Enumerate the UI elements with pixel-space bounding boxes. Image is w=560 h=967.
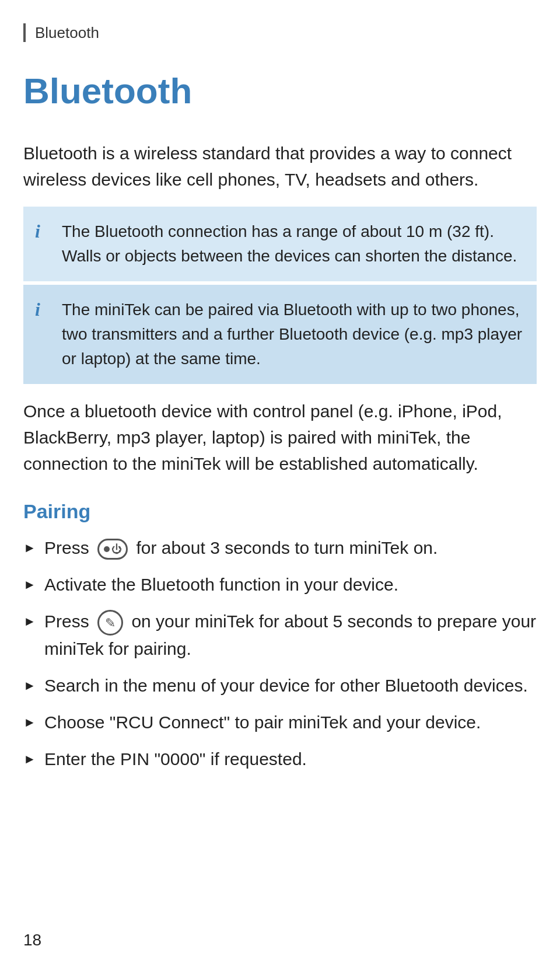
step1-text-after: for about 3 seconds to turn miniTek on.	[136, 538, 438, 557]
page-container: Bluetooth Bluetooth Bluetooth is a wirel…	[0, 0, 560, 967]
breadcrumb-text: Bluetooth	[35, 24, 99, 41]
body-text: Once a bluetooth device with control pan…	[23, 398, 537, 477]
step1-text-before: Press	[44, 538, 94, 557]
list-item: ► Search in the menu of your device for …	[23, 672, 537, 699]
step2-content: Activate the Bluetooth function in your …	[44, 571, 537, 598]
list-item: ► Choose "RCU Connect" to pair miniTek a…	[23, 709, 537, 735]
bullet-arrow-icon: ►	[23, 538, 36, 557]
step1-content: Press ⏻ for about 3 seconds to turn mini…	[44, 535, 537, 561]
intro-text: Bluetooth is a wireless standard that pr…	[23, 140, 537, 193]
step3-text-before: Press	[44, 612, 94, 631]
btn-dot	[104, 546, 110, 552]
info-box-1-text: The Bluetooth connection has a range of …	[62, 219, 523, 268]
list-item: ► Enter the PIN "0000" if requested.	[23, 746, 537, 772]
pairing-list: ► Press ⏻ for about 3 seconds to turn mi…	[23, 535, 537, 772]
list-item: ► Press ⏻ for about 3 seconds to turn mi…	[23, 535, 537, 561]
power-button-icon: ⏻	[97, 539, 128, 560]
pencil-button-icon: ✎	[97, 610, 123, 636]
pairing-heading: Pairing	[23, 500, 537, 523]
bullet-arrow-icon: ►	[23, 749, 36, 769]
info-icon-1: i	[35, 221, 51, 242]
info-icon-2: i	[35, 299, 51, 320]
step4-content: Search in the menu of your device for ot…	[44, 672, 537, 699]
page-title: Bluetooth	[23, 71, 537, 111]
btn-power-symbol: ⏻	[111, 542, 122, 557]
info-box-2-text: The miniTek can be paired via Bluetooth …	[62, 298, 523, 371]
bullet-arrow-icon: ►	[23, 713, 36, 732]
bullet-arrow-icon: ►	[23, 612, 36, 631]
list-item: ► Activate the Bluetooth function in you…	[23, 571, 537, 598]
info-box-2: i The miniTek can be paired via Bluetoot…	[23, 285, 537, 384]
step6-content: Enter the PIN "0000" if requested.	[44, 746, 537, 772]
page-number: 18	[23, 931, 41, 949]
breadcrumb: Bluetooth	[23, 23, 537, 42]
list-item: ► Press ✎ on your miniTek for about 5 se…	[23, 608, 537, 662]
info-box-1: i The Bluetooth connection has a range o…	[23, 207, 537, 281]
bullet-arrow-icon: ►	[23, 676, 36, 695]
bullet-arrow-icon: ►	[23, 575, 36, 594]
step3-content: Press ✎ on your miniTek for about 5 seco…	[44, 608, 537, 662]
pairing-section: Pairing ► Press ⏻ for about 3 seconds to…	[23, 500, 537, 772]
step5-content: Choose "RCU Connect" to pair miniTek and…	[44, 709, 537, 735]
